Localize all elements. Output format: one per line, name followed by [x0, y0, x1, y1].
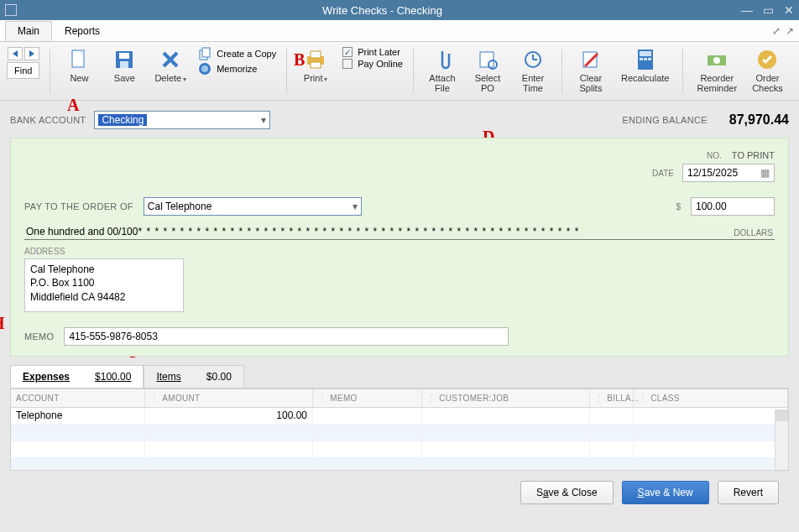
- save-new-button[interactable]: Save & New: [622, 481, 709, 504]
- memorize-button[interactable]: Memorize: [198, 62, 276, 76]
- expenses-grid[interactable]: ACCOUNT AMOUNT MEMO CUSTOMER:JOB BILLA..…: [10, 389, 789, 471]
- svg-rect-26: [644, 58, 647, 60]
- amount-symbol: $: [676, 202, 681, 211]
- calendar-icon[interactable]: ▦: [760, 167, 770, 179]
- print-later-checkbox[interactable]: ✓ Print Later: [342, 47, 403, 57]
- recalculate-button[interactable]: Recalculate: [618, 47, 672, 85]
- col-class[interactable]: CLASS: [634, 389, 788, 407]
- order-checks-button[interactable]: Order Checks: [749, 47, 786, 95]
- annotation-h: H: [0, 314, 5, 333]
- print-icon: [305, 49, 326, 70]
- address-textarea[interactable]: Cal Telephone P.O. Box 1100 Middlefield …: [24, 258, 184, 312]
- titlebar: Write Checks - Checking — ▭ ✕: [0, 0, 799, 20]
- new-icon: [68, 49, 90, 70]
- check-panel: NO. TO PRINT DATE 12/15/2025 ▦ PAY TO TH…: [10, 138, 789, 357]
- order-checks-icon: [756, 49, 778, 70]
- clear-splits-icon: [580, 49, 602, 70]
- memo-label: MEMO: [24, 331, 54, 342]
- delete-icon: [159, 49, 181, 70]
- svg-point-29: [713, 57, 720, 64]
- close-button[interactable]: ✕: [784, 3, 794, 17]
- pay-to-dropdown[interactable]: Cal Telephone ▾: [144, 197, 362, 216]
- delete-button[interactable]: Delete: [151, 47, 190, 86]
- sysmenu-icon[interactable]: [5, 4, 17, 16]
- maximize-button[interactable]: ▭: [763, 3, 774, 17]
- attach-file-button[interactable]: Attach File: [424, 47, 461, 95]
- check-date-label: DATE: [652, 169, 674, 178]
- svg-rect-10: [202, 48, 210, 57]
- clear-splits-button[interactable]: Clear Splits: [572, 47, 609, 95]
- svg-rect-27: [648, 58, 651, 60]
- check-no-value: TO PRINT: [732, 150, 775, 160]
- ending-balance-value: 87,970.44: [729, 112, 789, 128]
- col-amount[interactable]: AMOUNT: [145, 389, 313, 407]
- svg-rect-25: [640, 58, 643, 60]
- svg-rect-16: [480, 52, 494, 67]
- vertical-scrollbar[interactable]: [775, 409, 788, 470]
- select-po-button[interactable]: Select PO: [469, 47, 506, 95]
- save-button[interactable]: Save: [106, 47, 143, 85]
- svg-rect-5: [119, 53, 129, 59]
- find-button[interactable]: Find: [7, 62, 39, 79]
- save-icon: [113, 49, 135, 70]
- expand-icon[interactable]: ⤢: [772, 25, 781, 37]
- checkbox-unchecked-icon: [342, 59, 352, 69]
- check-date-input[interactable]: 12/15/2025 ▦: [682, 164, 775, 182]
- print-button[interactable]: Print: [297, 47, 334, 86]
- tab-reports[interactable]: Reports: [52, 21, 112, 41]
- bank-account-dropdown[interactable]: Checking ▾: [94, 111, 270, 129]
- tab-expenses[interactable]: Expenses $100.00: [10, 365, 144, 388]
- pay-to-label: PAY TO THE ORDER OF: [24, 201, 133, 211]
- svg-rect-24: [640, 51, 651, 56]
- tab-items[interactable]: Items $0.00: [144, 365, 243, 388]
- enter-time-button[interactable]: Enter Time: [514, 47, 551, 95]
- ending-balance-label: ENDING BALANCE: [622, 115, 707, 125]
- grid-row[interactable]: [11, 458, 788, 471]
- bank-account-label: BANK ACCOUNT: [10, 115, 86, 125]
- check-amount-input[interactable]: 100.00: [691, 197, 775, 216]
- next-record-button[interactable]: [24, 47, 39, 60]
- amount-words: One hundred and 00/100: [26, 226, 138, 237]
- svg-point-12: [201, 65, 208, 72]
- memorize-icon: [198, 62, 212, 76]
- grid-row[interactable]: [11, 441, 788, 458]
- menubar: Main Reports ⤢ ↗: [0, 20, 799, 42]
- col-account[interactable]: ACCOUNT: [11, 389, 145, 407]
- chevron-down-icon: ▾: [352, 201, 358, 212]
- grid-row[interactable]: Telephone 100.00: [11, 408, 788, 425]
- svg-marker-1: [29, 50, 34, 57]
- grid-row[interactable]: [11, 425, 788, 441]
- svg-rect-15: [311, 62, 321, 68]
- col-memo[interactable]: MEMO: [313, 389, 422, 407]
- col-billable[interactable]: BILLA...: [590, 389, 634, 407]
- calculator-icon: [634, 49, 656, 70]
- select-po-icon: [477, 49, 499, 70]
- svg-marker-0: [13, 50, 18, 57]
- pay-online-checkbox[interactable]: Pay Online: [342, 59, 403, 69]
- check-no-label: NO.: [707, 151, 722, 160]
- window-title: Write Checks - Checking: [24, 4, 741, 17]
- clock-icon: [522, 49, 544, 70]
- dollars-label: DOLLARS: [730, 228, 773, 237]
- svg-rect-14: [311, 51, 321, 58]
- revert-button[interactable]: Revert: [718, 481, 779, 504]
- svg-rect-6: [120, 61, 128, 68]
- memo-input[interactable]: 415-555-9876-8053: [64, 327, 509, 346]
- popout-icon[interactable]: ↗: [786, 25, 794, 37]
- col-customer[interactable]: CUSTOMER:JOB: [422, 389, 590, 407]
- minimize-button[interactable]: —: [741, 3, 753, 17]
- save-close-button[interactable]: Save & Close: [520, 481, 614, 504]
- chevron-down-icon: ▾: [261, 114, 266, 126]
- address-label: ADDRESS: [24, 247, 775, 256]
- paperclip-icon: [431, 49, 453, 70]
- split-tabs: Expenses $100.00 Items $0.00: [10, 365, 789, 389]
- create-copy-button[interactable]: Create a Copy: [198, 47, 276, 60]
- checkbox-checked-icon: ✓: [342, 47, 352, 57]
- reminder-icon: [706, 49, 728, 70]
- new-button[interactable]: New: [60, 47, 97, 85]
- prev-record-button[interactable]: [8, 47, 23, 60]
- reorder-reminder-button[interactable]: Reorder Reminder: [693, 47, 740, 95]
- copy-icon: [198, 47, 212, 60]
- toolbar: Find New Save Delete Create a Copy Memor…: [0, 42, 799, 101]
- tab-main[interactable]: Main: [5, 21, 52, 41]
